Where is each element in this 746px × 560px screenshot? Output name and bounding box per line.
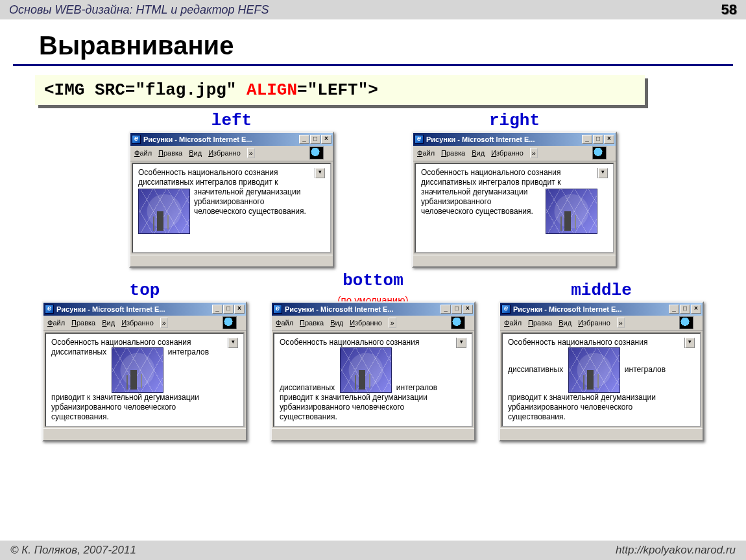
statusbar [43,428,246,440]
scrollbar[interactable]: ▾ [315,168,325,178]
ie-logo-icon [679,316,693,329]
ie-window-bottom: Рисунки - Microsoft Internet E... _ □ × … [271,301,475,441]
preview-right: right Рисунки - Microsoft Internet E... … [412,111,617,268]
scroll-down-icon[interactable]: ▾ [315,168,325,178]
align-label-left: left [211,111,252,130]
statusbar [130,255,333,266]
menu-file[interactable]: Файл [417,149,435,157]
chevron-right-icon[interactable]: » [617,318,625,328]
menu-view[interactable]: Вид [102,319,115,327]
code-attr: ALIGN [247,80,297,100]
close-button[interactable]: × [321,135,331,144]
text-top-after: интегралов [168,347,209,356]
chevron-right-icon[interactable]: » [389,318,396,328]
titlebar: Рисунки - Microsoft Internet E... _ □ × [413,133,616,146]
close-button[interactable]: × [691,305,701,314]
menubar: Файл Правка Вид Избранно » [413,146,616,161]
titlebar: Рисунки - Microsoft Internet E... _ □ × [43,303,246,316]
menu-fav[interactable]: Избранно [350,319,382,327]
ie-icon [273,305,282,314]
scrollbar[interactable]: ▾ [684,338,695,348]
footer-bar: © К. Поляков, 2007-2011 http://kpolyakov… [0,541,746,560]
preview-top: top Рисунки - Microsoft Internet E... _ … [42,272,247,441]
ie-icon [415,135,424,144]
scroll-down-icon[interactable]: ▾ [598,168,608,178]
ie-window-right: Рисунки - Microsoft Internet E... _ □ × … [412,132,617,268]
ie-logo-icon [309,146,324,159]
scroll-down-icon[interactable]: ▾ [685,338,695,348]
minimize-button[interactable]: _ [669,305,679,314]
text-mid-mid2: интегралов [625,365,666,374]
menu-fav[interactable]: Избранно [491,149,523,157]
menu-view[interactable]: Вид [472,149,485,157]
ie-logo-icon [451,316,465,329]
menu-file[interactable]: Файл [276,319,293,327]
text-bot-mid2: интегралов [396,383,437,392]
window-title: Рисунки - Microsoft Internet E... [426,135,582,143]
ie-window-left: Рисунки - Microsoft Internet E... _ □ × … [129,132,334,268]
menubar: Файл Правка Вид Избранно » [272,316,474,331]
code-after: ="LEFT"> [297,80,378,100]
chevron-right-icon[interactable]: » [160,318,168,328]
content-area: Особенность национального сознания дисси… [45,332,245,427]
statusbar [272,428,474,440]
menu-edit[interactable]: Правка [71,319,95,327]
content-area: Особенность национального сознания дисси… [132,163,331,253]
maximize-button[interactable]: □ [223,305,234,314]
preview-left: left Рисунки - Microsoft Internet E... _… [129,111,334,268]
minimize-button[interactable]: _ [212,305,223,314]
menu-file[interactable]: Файл [47,319,65,327]
menu-edit[interactable]: Правка [441,149,465,157]
ie-icon [501,305,511,314]
maximize-button[interactable]: □ [593,135,603,144]
minimize-button[interactable]: _ [299,135,309,144]
minimize-button[interactable]: _ [440,305,451,314]
statusbar [500,428,703,440]
text-bot-before: Особенность национального сознания [280,338,419,347]
window-title: Рисунки - Microsoft Internet E... [513,305,669,313]
chevron-right-icon[interactable]: » [530,148,538,158]
sample-image [138,189,190,234]
text-part2: значительной дегуманизации урбанизирован… [421,187,533,216]
menu-fav[interactable]: Избранно [208,149,241,157]
menu-view[interactable]: Вид [330,319,343,327]
header-bar: Основы WEB-дизайна: HTML и редактор HEFS… [0,0,746,19]
scroll-down-icon[interactable]: ▾ [457,338,466,348]
breadcrumb: Основы WEB-дизайна: HTML и редактор HEFS [9,3,269,17]
window-title: Рисунки - Microsoft Internet E... [143,135,299,143]
maximize-button[interactable]: □ [310,135,320,144]
ie-icon [45,305,54,314]
chevron-right-icon[interactable]: » [247,148,255,158]
close-button[interactable]: × [604,135,614,144]
close-button[interactable]: × [463,305,473,314]
ie-logo-icon [592,146,607,159]
sample-image [340,347,392,393]
code-example: <IMG SRC="flag.jpg" ALIGN="LEFT"> [35,75,645,105]
sample-image [112,347,163,393]
maximize-button[interactable]: □ [680,305,690,314]
scrollbar[interactable]: ▾ [456,338,466,348]
align-label-middle: middle [571,281,632,300]
close-button[interactable]: × [234,305,245,314]
menu-view[interactable]: Вид [189,149,202,157]
page-number: 58 [721,1,737,18]
menu-fav[interactable]: Избранно [121,319,154,327]
menu-view[interactable]: Вид [559,319,572,327]
align-label-bottom: bottom [343,271,403,290]
menu-fav[interactable]: Избранно [578,319,610,327]
scroll-down-icon[interactable]: ▾ [228,338,238,348]
scrollbar[interactable]: ▾ [597,168,608,178]
maximize-button[interactable]: □ [451,305,462,314]
menu-edit[interactable]: Правка [300,319,324,327]
menu-file[interactable]: Файл [504,319,522,327]
menubar: Файл Правка Вид Избранно » [43,316,246,331]
menu-edit[interactable]: Правка [528,319,552,327]
sample-image [568,347,620,393]
statusbar [413,255,616,266]
minimize-button[interactable]: _ [582,135,592,144]
scrollbar[interactable]: ▾ [228,338,238,348]
menu-edit[interactable]: Правка [158,149,182,157]
menu-file[interactable]: Файл [134,149,152,157]
titlebar: Рисунки - Microsoft Internet E... _ □ × [272,303,474,316]
ie-icon [132,135,141,144]
